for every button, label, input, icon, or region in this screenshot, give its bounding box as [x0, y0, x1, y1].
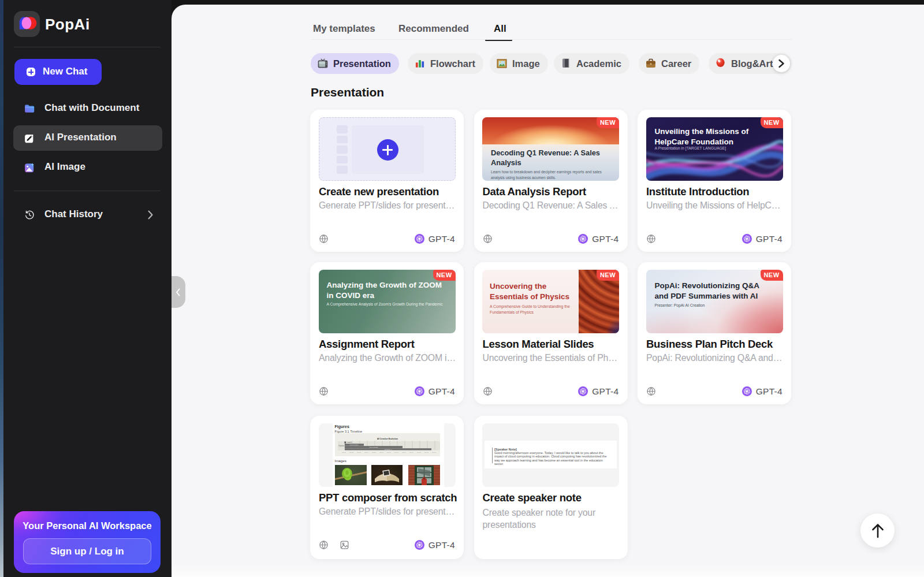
svg-text:Deep learning: Deep learning [369, 446, 378, 448]
svg-text:AI Creative Evolution: AI Creative Evolution [377, 438, 397, 440]
svg-text:Wk 05: Wk 05 [372, 452, 376, 453]
svg-text:Wk 04: Wk 04 [364, 452, 368, 453]
svg-text:Wk 10: Wk 10 [409, 452, 413, 453]
svg-text:Wk 08: Wk 08 [394, 452, 398, 453]
svg-text:Wk 09: Wk 09 [402, 452, 406, 453]
svg-text:Wk 11: Wk 11 [417, 452, 421, 453]
svg-text:Wk 01: Wk 01 [342, 452, 346, 453]
svg-text:Wk 13: Wk 13 [432, 452, 436, 453]
svg-text:Wk 03: Wk 03 [357, 452, 361, 453]
svg-text:Timeline: Timeline [338, 445, 345, 447]
svg-text:Wk 06: Wk 06 [379, 452, 383, 453]
svg-text:Launch: Launch [346, 441, 352, 444]
svg-text:Wk 12: Wk 12 [424, 452, 429, 453]
svg-text:Wk 02: Wk 02 [349, 452, 353, 453]
svg-text:Market testing: Market testing [349, 444, 359, 446]
svg-text:Symbolic AI: Symbolic AI [384, 449, 392, 451]
svg-text:Wk 07: Wk 07 [387, 452, 391, 453]
